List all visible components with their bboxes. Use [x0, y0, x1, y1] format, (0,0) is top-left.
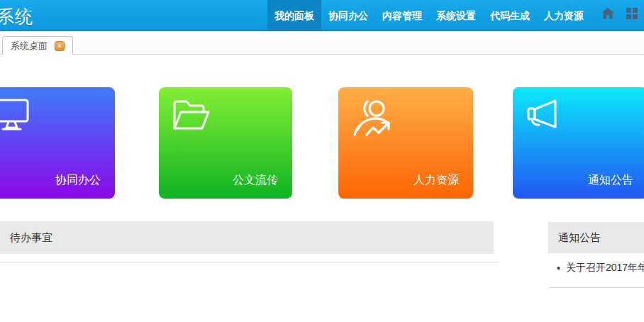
bullet-icon: •	[557, 262, 560, 274]
tile-document-flow[interactable]: 公文流传	[159, 87, 292, 199]
tile-label: 协同办公	[55, 173, 101, 188]
tile-label: 人力资源	[413, 173, 459, 188]
notice-panel-header: 通知公告	[548, 222, 644, 253]
tile-human-resources[interactable]: 人力资源	[338, 87, 473, 199]
main-nav: 我的面板 协同办公 内容管理 系统设置 代码生成 人力资源	[267, 0, 591, 31]
tab-bar: 系统桌面 ✕	[0, 31, 644, 55]
notice-item-text: 关于召开2017年年	[566, 262, 644, 274]
tile-label: 通知公告	[588, 173, 633, 188]
nav-item-content-mgmt[interactable]: 内容管理	[375, 0, 429, 31]
todo-panel-header: 待办事宜	[0, 221, 494, 254]
tile-collaboration[interactable]: 协同办公	[0, 87, 115, 199]
tile-notices[interactable]: 通知公告	[513, 87, 644, 199]
nav-item-code-gen[interactable]: 代码生成	[483, 0, 537, 31]
tab-label: 系统桌面	[11, 40, 48, 52]
notice-list-item[interactable]: • 关于召开2017年年	[548, 257, 644, 279]
home-icon[interactable]	[601, 8, 614, 22]
nav-item-system-settings[interactable]: 系统设置	[429, 0, 483, 31]
nav-item-my-dashboard[interactable]: 我的面板	[267, 0, 321, 31]
top-header-bar: 系统 我的面板 协同办公 内容管理 系统设置 代码生成 人力资源	[0, 0, 644, 31]
person-trend-icon	[351, 99, 392, 137]
app-logo-title: 系统	[0, 5, 33, 28]
megaphone-icon	[526, 99, 562, 131]
open-folder-icon	[172, 99, 211, 131]
tab-close-icon[interactable]: ✕	[55, 41, 65, 51]
nav-item-hr[interactable]: 人力资源	[537, 0, 591, 31]
nav-item-collaboration[interactable]: 协同办公	[321, 0, 375, 31]
dashboard-page: 系统 我的面板 协同办公 内容管理 系统设置 代码生成 人力资源	[0, 0, 644, 322]
notice-panel-divider	[548, 287, 644, 288]
monitor-icon	[0, 99, 31, 133]
todo-panel-divider	[0, 262, 499, 262]
tab-system-desktop[interactable]: 系统桌面 ✕	[2, 36, 73, 55]
tile-label: 公文流传	[233, 173, 278, 188]
header-icon-group	[601, 0, 638, 29]
grid-icon[interactable]	[626, 8, 638, 22]
